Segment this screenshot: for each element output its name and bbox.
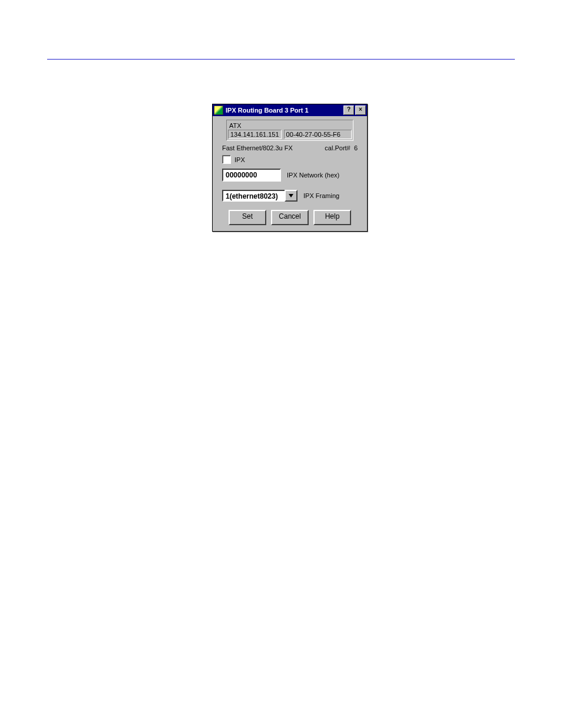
cancel-button[interactable]: Cancel — [271, 210, 309, 225]
ipx-framing-label: IPX Framing — [303, 192, 339, 199]
app-icon — [214, 106, 223, 115]
media-port-row: Fast Ethernet/802.3u FX cal.Port# 6 — [222, 144, 358, 151]
document-page: IPX Routing Board 3 Port 1 ? × ATX 134.1… — [0, 0, 562, 728]
ipx-network-label: IPX Network (hex) — [287, 172, 339, 179]
device-ip: 134.141.161.151 — [228, 130, 282, 139]
ipx-checkbox-row: IPX — [222, 155, 358, 164]
dialog-client-area: ATX 134.141.161.151 00-40-27-00-55-F6 Fa… — [213, 116, 367, 231]
ipx-framing-value: 1(ethernet8023) — [222, 190, 285, 202]
dialog-buttons: Set Cancel Help — [217, 210, 362, 225]
device-mac: 00-40-27-00-55-F6 — [284, 130, 352, 139]
cal-port: cal.Port# 6 — [325, 144, 358, 151]
cal-port-label: cal.Port# — [325, 144, 350, 151]
ipx-routing-dialog: IPX Routing Board 3 Port 1 ? × ATX 134.1… — [212, 104, 368, 232]
ipx-checkbox-label: IPX — [234, 156, 245, 163]
device-name: ATX — [228, 121, 352, 130]
close-icon[interactable]: × — [355, 106, 366, 115]
svg-marker-0 — [289, 194, 293, 197]
cal-port-value: 6 — [354, 144, 358, 151]
set-button[interactable]: Set — [229, 210, 266, 225]
titlebar[interactable]: IPX Routing Board 3 Port 1 ? × — [213, 104, 367, 116]
ipx-framing-row: 1(ethernet8023) IPX Framing — [222, 190, 358, 202]
help-icon[interactable]: ? — [343, 106, 354, 115]
horizontal-rule — [47, 59, 515, 60]
chevron-down-icon[interactable] — [285, 190, 297, 202]
media-type-label: Fast Ethernet/802.3u FX — [222, 144, 293, 151]
window-title: IPX Routing Board 3 Port 1 — [226, 107, 342, 114]
ipx-network-row: 00000000 IPX Network (hex) — [222, 169, 358, 182]
ipx-framing-combo[interactable]: 1(ethernet8023) — [222, 190, 297, 202]
help-button[interactable]: Help — [313, 210, 351, 225]
ipx-checkbox[interactable] — [222, 155, 231, 164]
device-info-box: ATX 134.141.161.151 00-40-27-00-55-F6 — [226, 120, 353, 141]
ipx-network-input[interactable]: 00000000 — [222, 169, 281, 182]
